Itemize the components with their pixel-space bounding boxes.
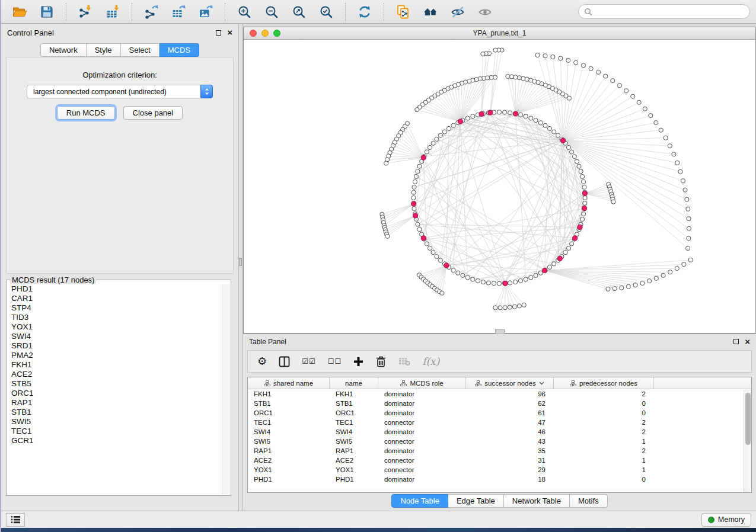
minimize-window-button[interactable]: [261, 30, 269, 37]
cell-name: FKH1: [330, 390, 378, 398]
mcds-result-item[interactable]: GCR1: [7, 436, 221, 446]
mcds-result-item[interactable]: SRD1: [7, 341, 221, 351]
column-type-icon: [570, 380, 576, 386]
mcds-result-item[interactable]: CAR1: [7, 294, 221, 303]
mcds-result-item[interactable]: FKH1: [7, 360, 221, 370]
memory-button[interactable]: Memory: [701, 513, 751, 527]
cell-shared_name: SWI4: [248, 428, 330, 435]
eye-icon: [478, 5, 492, 19]
table-row[interactable]: FKH1FKH1dominator962: [248, 389, 751, 399]
table-row[interactable]: TEC1TEC1connector472: [248, 418, 751, 427]
export-network-button[interactable]: [139, 2, 164, 21]
close-panel-icon[interactable]: ×: [227, 30, 232, 36]
cell-name: STB1: [330, 400, 378, 407]
import-network-button[interactable]: [73, 2, 98, 21]
criterion-select[interactable]: largest connected component (undirected): [27, 85, 213, 98]
network-canvas[interactable]: [244, 40, 755, 333]
cell-predecessor_nodes: 1: [554, 457, 654, 464]
column-type-icon: [475, 380, 481, 386]
table-settings-button[interactable]: ⚙: [257, 356, 267, 367]
mcds-result-item[interactable]: SWI5: [7, 417, 221, 427]
main-toolbar: [1, 0, 756, 24]
table-row[interactable]: ORC1ORC1dominator610: [248, 408, 751, 418]
table-scrollbar-thumb[interactable]: [745, 393, 751, 445]
tab-network[interactable]: Network: [40, 43, 87, 57]
delete-row-button[interactable]: [375, 355, 387, 367]
mcds-result-item[interactable]: ACE2: [7, 370, 221, 379]
result-scrollbar[interactable]: [222, 284, 230, 495]
network-window-titlebar[interactable]: YPA_prune.txt_1: [244, 27, 755, 40]
mcds-result-list[interactable]: PHD1CAR1STP4TID3YOX1SWI4SRD1PMA2FKH1ACE2…: [7, 284, 221, 495]
tab-network-table[interactable]: Network Table: [504, 494, 570, 508]
memory-label: Memory: [718, 515, 745, 524]
mcds-result-item[interactable]: TEC1: [7, 427, 221, 436]
window-controls: [250, 30, 280, 37]
table-row[interactable]: STB1STB1dominator620: [248, 399, 751, 408]
table-row[interactable]: ACE2ACE2connector311: [248, 456, 751, 465]
column-header-mcds-role[interactable]: MCDS role: [378, 377, 466, 389]
deselect-all-button[interactable]: ☐☐: [328, 357, 342, 366]
open-session-button[interactable]: [7, 2, 32, 21]
table-row[interactable]: SWI4SWI4dominator462: [248, 427, 751, 437]
zoom-selected-button[interactable]: [314, 2, 339, 21]
mcds-result-item[interactable]: YOX1: [7, 322, 221, 332]
show-columns-button[interactable]: [279, 356, 290, 367]
import-table-button[interactable]: [100, 2, 125, 21]
save-session-button[interactable]: [34, 2, 59, 21]
status-menu-button[interactable]: [6, 513, 25, 527]
zoom-fit-button[interactable]: [286, 2, 311, 21]
zoom-out-button[interactable]: [259, 2, 284, 21]
first-neighbors-button[interactable]: [418, 2, 443, 21]
show-all-button[interactable]: [473, 2, 497, 21]
add-row-button[interactable]: [353, 357, 363, 367]
tab-style[interactable]: Style: [87, 43, 121, 57]
mcds-result-item[interactable]: ORC1: [7, 389, 221, 398]
table-scrollbar[interactable]: [744, 390, 751, 492]
export-image-icon: [199, 5, 213, 19]
zoom-in-button[interactable]: [232, 2, 257, 21]
export-table-button[interactable]: [166, 2, 191, 21]
float-panel-icon[interactable]: [733, 339, 739, 344]
tab-motifs[interactable]: Motifs: [570, 494, 608, 508]
cell-shared_name: SWI5: [248, 438, 330, 445]
mcds-result-item[interactable]: SWI4: [7, 332, 221, 341]
float-panel-icon[interactable]: [216, 30, 221, 36]
desktop-wallpaper-strip: [1, 528, 756, 532]
table-row[interactable]: SWI5SWI5connector431: [248, 437, 751, 446]
tab-node-table[interactable]: Node Table: [391, 494, 448, 508]
splitter-grip[interactable]: [239, 258, 242, 266]
tab-edge-table[interactable]: Edge Table: [448, 494, 504, 508]
tab-select[interactable]: Select: [121, 43, 160, 57]
table-row[interactable]: PHD1PHD1dominator180: [248, 475, 751, 484]
table-row[interactable]: RAP1RAP1dominator352: [248, 446, 751, 456]
column-header-shared-name[interactable]: shared name: [248, 377, 330, 389]
column-header-successor-nodes[interactable]: successor nodes: [466, 377, 554, 389]
mcds-result-item[interactable]: STB5: [7, 379, 221, 389]
tab-mcds[interactable]: MCDS: [160, 43, 199, 57]
close-panel-button[interactable]: Close panel: [123, 106, 183, 120]
maximize-window-button[interactable]: [273, 30, 280, 37]
close-panel-icon[interactable]: ×: [745, 339, 750, 345]
mcds-result-item[interactable]: STP4: [7, 303, 221, 313]
run-mcds-button[interactable]: Run MCDS: [57, 106, 115, 120]
select-all-button[interactable]: ☑☑: [302, 357, 316, 366]
refresh-view-button[interactable]: [352, 2, 377, 21]
toolbar-separator: [132, 3, 132, 21]
table-row[interactable]: YOX1YOX1connector291: [248, 465, 751, 475]
mcds-result-item[interactable]: STB1: [7, 408, 221, 417]
search-input[interactable]: [596, 8, 744, 16]
close-window-button[interactable]: [250, 30, 257, 37]
export-image-button[interactable]: [193, 2, 218, 21]
column-header-predecessor-nodes[interactable]: predecessor nodes: [554, 377, 654, 389]
mcds-result-item[interactable]: PMA2: [7, 351, 221, 360]
control-panel-tabs: NetworkStyleSelectMCDS: [1, 43, 238, 57]
hide-selected-button[interactable]: [445, 2, 470, 21]
column-header-name[interactable]: name: [330, 377, 378, 389]
vertical-splitter[interactable]: [238, 24, 243, 511]
cell-successor_nodes: 46: [466, 428, 554, 435]
mcds-result-item[interactable]: PHD1: [7, 284, 221, 294]
search-field[interactable]: [578, 4, 750, 19]
mcds-result-item[interactable]: TID3: [7, 313, 221, 322]
copy-network-button[interactable]: [391, 2, 416, 21]
mcds-result-item[interactable]: RAP1: [7, 398, 221, 408]
